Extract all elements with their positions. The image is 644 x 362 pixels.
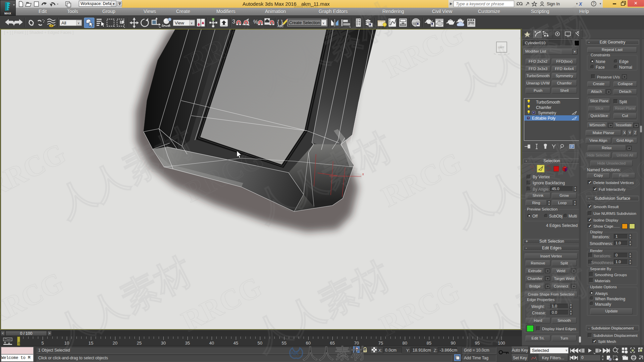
svg-text:∨: ∨ [191,21,193,25]
svg-text:[ + ] [ Front ] [ Shaded + Edg: [ + ] [ Front ] [ Shaded + Edged Faces ] [4,30,73,35]
svg-text:View: View [175,20,184,25]
svg-text:▼: ▼ [599,2,602,5]
svg-text:Create Selection Se: Create Selection Se [289,20,326,25]
svg-text:MAX: MAX [4,12,11,15]
svg-text:ABC: ABC [277,24,283,28]
svg-text:?: ? [593,2,595,6]
svg-text:X: X [579,1,583,7]
svg-text:All: All [61,20,66,25]
svg-text:∨: ∨ [322,21,325,25]
svg-text:▼: ▼ [576,2,578,5]
svg-text:x: x [362,172,364,176]
svg-text:3: 3 [232,18,235,25]
svg-text:LEFT: LEFT [498,46,504,49]
svg-text:%: % [253,19,258,25]
svg-text:∨: ∨ [77,21,80,25]
svg-text:Sign In: Sign In [547,2,560,6]
